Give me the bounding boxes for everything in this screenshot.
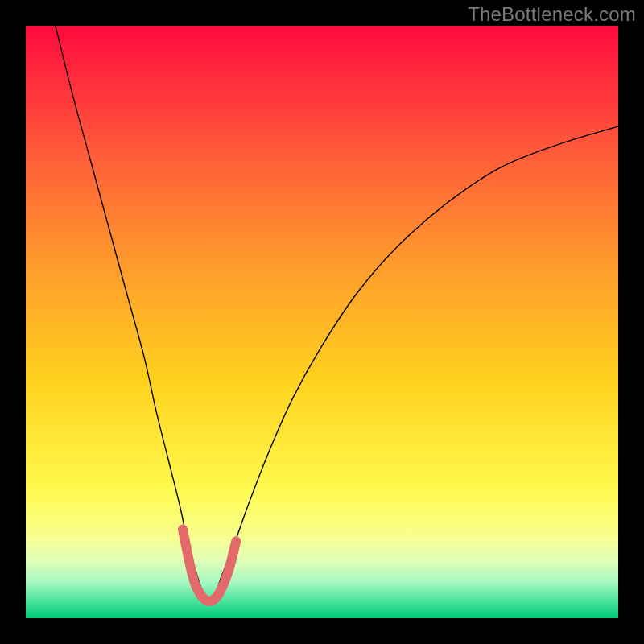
- watermark-label: TheBottleneck.com: [468, 3, 636, 26]
- plot-background: [26, 26, 618, 618]
- chart-frame: TheBottleneck.com: [0, 0, 644, 644]
- bottleneck-chart: [26, 26, 618, 618]
